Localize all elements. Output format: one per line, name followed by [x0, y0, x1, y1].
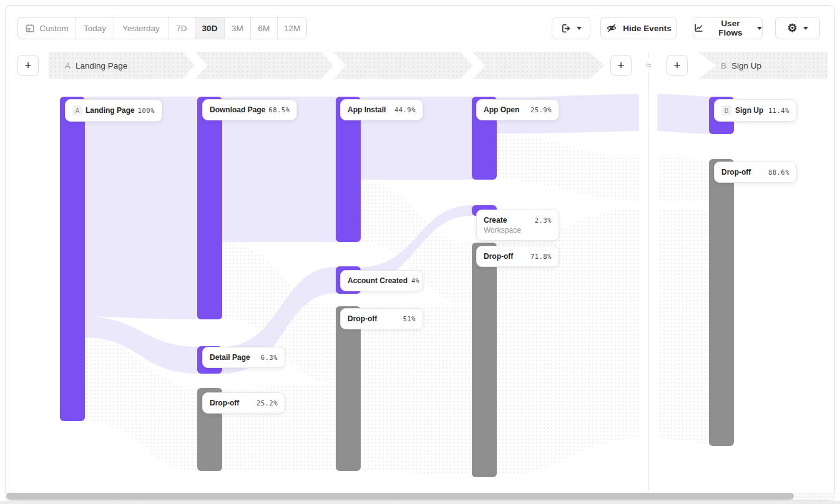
node-name: Account Created	[348, 276, 408, 285]
date-range-today[interactable]: Today	[76, 17, 114, 39]
date-range-12m[interactable]: 12M	[278, 17, 306, 39]
date-range-label: Yesterday	[122, 24, 160, 33]
node-percent: 68.5%	[268, 106, 290, 114]
page-bottom-strip	[0, 501, 840, 504]
node-bar-dropoff-signup[interactable]	[709, 159, 734, 446]
chevron-down-icon	[577, 27, 582, 30]
node-percent: 25.2%	[256, 399, 278, 407]
node-name: Create	[484, 216, 507, 225]
plus-icon: +	[673, 59, 680, 71]
node-percent: 4%	[411, 277, 420, 284]
node-percent: 71.8%	[530, 253, 552, 260]
node-bar-dropoff-install[interactable]	[336, 306, 361, 471]
node-name: Landing Page	[85, 106, 135, 115]
funnel-step-bar-b[interactable]	[698, 52, 828, 79]
node-percent: 44.9%	[394, 106, 416, 114]
node-label-dropoff-open[interactable]: Drop-off 71.8%	[476, 246, 559, 267]
user-flows-app: Custom Today Yesterday 7D 30D 3M 6M 12M …	[0, 0, 840, 504]
date-range-label: Custom	[39, 24, 69, 33]
node-percent: 51%	[403, 315, 416, 322]
node-name: Drop-off	[210, 399, 239, 407]
export-icon	[560, 23, 571, 34]
date-range-label: 7D	[176, 24, 187, 33]
node-percent: 6.3%	[261, 354, 278, 361]
funnel-step-b-title: B Sign Up	[721, 52, 761, 79]
node-name: Sign Up	[735, 106, 763, 115]
date-range-yesterday[interactable]: Yesterday	[114, 17, 168, 39]
date-range-7d[interactable]: 7D	[168, 17, 195, 39]
node-percent: 25.9%	[530, 106, 552, 114]
settings-button[interactable]: ⚙	[775, 17, 820, 39]
step-b-badge: B	[721, 61, 726, 70]
plus-icon: +	[24, 59, 31, 71]
date-range-selector: Custom Today Yesterday 7D 30D 3M 6M 12M	[17, 17, 307, 39]
node-name: Drop-off	[348, 314, 377, 323]
gear-icon: ⚙	[787, 22, 797, 34]
date-range-custom[interactable]: Custom	[18, 17, 76, 39]
node-name: Drop-off	[484, 252, 513, 261]
export-button[interactable]	[552, 17, 590, 39]
node-bar-landing-page[interactable]	[60, 97, 85, 421]
node-label-app-open[interactable]: App Open 25.9%	[476, 99, 559, 120]
date-range-label: Today	[84, 24, 106, 33]
node-name: Drop-off	[721, 168, 751, 177]
node-bar-download-page[interactable]	[197, 97, 222, 319]
step-badge: A	[72, 105, 82, 115]
chevron-down-icon	[757, 27, 762, 30]
calendar-icon	[25, 23, 35, 33]
node-name: Detail Page	[210, 353, 250, 362]
add-step-button-right[interactable]: +	[667, 55, 688, 76]
node-label-detail-page[interactable]: Detail Page 6.3%	[202, 347, 285, 368]
hide-events-button[interactable]: Hide Events	[600, 17, 677, 39]
node-percent: 100%	[138, 107, 155, 114]
line-chart-icon	[693, 22, 704, 34]
node-label-row: Create 2.3%	[484, 216, 552, 225]
date-range-3m[interactable]: 3M	[225, 17, 251, 39]
add-step-button-middle[interactable]: +	[610, 55, 632, 76]
node-bar-dropoff-open[interactable]	[472, 243, 497, 477]
node-label-landing-page[interactable]: A Landing Page 100%	[65, 99, 162, 122]
node-label-dropoff-signup[interactable]: Drop-off 88.6%	[714, 162, 797, 183]
eye-off-icon	[606, 22, 617, 34]
user-flows-label: User Flows	[710, 19, 751, 37]
add-step-button-left[interactable]: +	[17, 55, 39, 76]
funnel-step-a-title: A Landing Page	[65, 52, 127, 79]
node-percent: 11.4%	[768, 107, 789, 114]
node-name: Download Page	[210, 105, 265, 114]
node-name-line2: Workspace	[484, 226, 521, 235]
node-percent: 2.3%	[535, 216, 552, 224]
date-range-30d-selected[interactable]: 30D	[195, 17, 225, 39]
node-label-download-page[interactable]: Download Page 68.5%	[202, 99, 297, 120]
horizontal-scrollbar-thumb[interactable]	[6, 493, 794, 500]
plus-icon: +	[617, 59, 624, 71]
step-b-label: Sign Up	[731, 61, 761, 70]
date-range-6m[interactable]: 6M	[251, 17, 278, 39]
step-a-badge: A	[65, 61, 71, 70]
date-range-label: 12M	[284, 24, 300, 33]
step-a-label: Landing Page	[76, 61, 127, 70]
node-label-row: Workspace	[484, 226, 552, 235]
approx-connector[interactable]: ≈	[641, 59, 657, 72]
node-percent: 88.6%	[768, 168, 789, 176]
step-badge: B	[721, 105, 731, 115]
node-label-account-created[interactable]: Account Created 4%	[340, 270, 423, 291]
hide-events-label: Hide Events	[623, 24, 671, 33]
node-name: App Open	[484, 105, 519, 114]
date-range-label: 30D	[202, 24, 218, 33]
node-label-dropoff-install[interactable]: Drop-off 51%	[340, 308, 423, 329]
chevron-down-icon	[803, 27, 808, 30]
node-label-dropoff-landing[interactable]: Drop-off 25.2%	[202, 392, 285, 414]
node-label-app-install[interactable]: App Install 44.9%	[340, 99, 423, 120]
date-range-label: 3M	[232, 24, 243, 33]
user-flows-view-button[interactable]: User Flows	[693, 17, 763, 39]
date-range-label: 6M	[258, 24, 270, 33]
section-divider	[648, 52, 649, 490]
node-label-sign-up[interactable]: B Sign Up 11.4%	[714, 99, 797, 122]
node-name: App Install	[348, 105, 386, 114]
node-label-create-workspace[interactable]: Create 2.3% Workspace	[476, 210, 559, 241]
